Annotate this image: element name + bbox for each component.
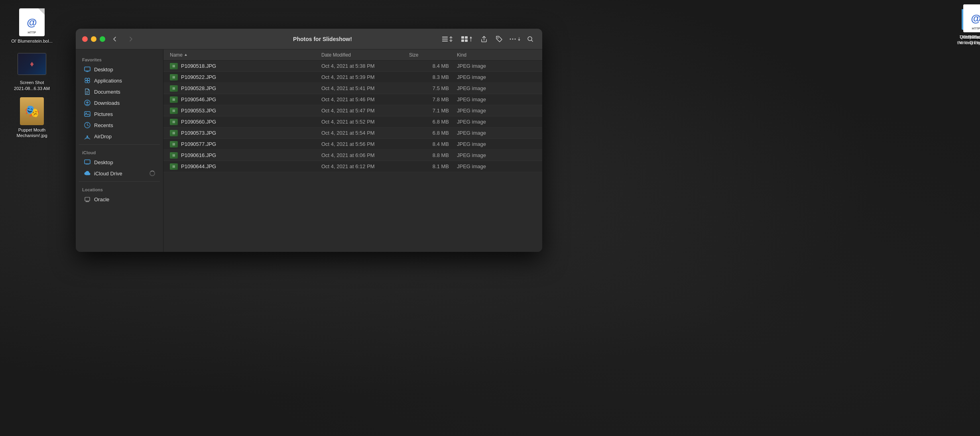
column-kind[interactable]: Kind bbox=[457, 52, 536, 58]
file-kind: JPEG image bbox=[457, 141, 536, 147]
sidebar-item-oracle[interactable]: Oracle bbox=[77, 194, 161, 205]
back-button[interactable] bbox=[109, 33, 120, 45]
locations-label: Locations bbox=[76, 184, 163, 194]
sidebar-icloud-drive-label: iCloud Drive bbox=[94, 171, 122, 177]
desktop-icon-http1[interactable]: @ HTTP Ol' Blumenstein.bol... bbox=[8, 8, 56, 44]
file-size: 8.8 MB bbox=[409, 152, 457, 158]
svg-rect-5 bbox=[461, 39, 464, 42]
file-date: Oct 4, 2021 at 5:38 PM bbox=[321, 63, 409, 69]
tag-button[interactable] bbox=[494, 33, 505, 45]
file-name-cell: P1090577.JPG bbox=[170, 141, 321, 147]
file-date: Oct 4, 2021 at 5:46 PM bbox=[321, 96, 409, 102]
desktop-icon-label: Ol' Blumenstein.bol... bbox=[11, 38, 53, 44]
svg-rect-14 bbox=[87, 72, 88, 72]
svg-rect-26 bbox=[85, 160, 90, 164]
file-kind: JPEG image bbox=[457, 108, 536, 114]
file-name-cell: P1090553.JPG bbox=[170, 108, 321, 114]
forward-button[interactable] bbox=[125, 33, 136, 45]
table-row[interactable]: P1090577.JPG Oct 4, 2021 at 5:56 PM 8.4 … bbox=[163, 139, 542, 150]
file-name-cell: P1090546.JPG bbox=[170, 96, 321, 103]
table-row[interactable]: P1090560.JPG Oct 4, 2021 at 5:52 PM 6.8 … bbox=[163, 116, 542, 128]
file-name: P1090553.JPG bbox=[181, 108, 216, 114]
svg-rect-23 bbox=[85, 112, 90, 116]
svg-point-16 bbox=[87, 78, 90, 81]
sidebar-pictures-label: Pictures bbox=[94, 111, 113, 117]
svg-rect-19 bbox=[86, 91, 89, 92]
file-date: Oct 4, 2021 at 5:54 PM bbox=[321, 130, 409, 136]
sidebar-icloud-desktop-label: Desktop bbox=[94, 159, 113, 165]
file-thumbnail bbox=[170, 119, 178, 125]
sidebar-item-icloud-drive[interactable]: iCloud Drive bbox=[77, 168, 161, 179]
desktop-icon-label: Screen Shot2021-08...6.33 AM bbox=[14, 80, 50, 91]
file-kind: JPEG image bbox=[457, 96, 536, 102]
window-content: Favorites Desktop bbox=[76, 49, 542, 252]
desktop-icon bbox=[84, 66, 91, 73]
file-kind: JPEG image bbox=[457, 63, 536, 69]
file-list: P1090518.JPG Oct 4, 2021 at 5:38 PM 8.4 … bbox=[163, 61, 542, 252]
file-name: P1090546.JPG bbox=[181, 96, 216, 102]
table-row[interactable]: P1090518.JPG Oct 4, 2021 at 5:38 PM 8.4 … bbox=[163, 61, 542, 72]
desktop: @ HTTP Ol' Blumenstein.bol... ♦ Screen S… bbox=[0, 0, 980, 436]
file-name: P1090528.JPG bbox=[181, 85, 216, 91]
column-name[interactable]: Name bbox=[170, 52, 321, 58]
column-date[interactable]: Date Modified bbox=[321, 52, 409, 58]
icloud-desktop-icon bbox=[84, 159, 91, 166]
icloud-label: iCloud bbox=[76, 147, 163, 157]
table-row[interactable]: P1090553.JPG Oct 4, 2021 at 5:47 PM 7.1 … bbox=[163, 105, 542, 116]
svg-rect-28 bbox=[85, 197, 90, 201]
table-row[interactable]: P1090522.JPG Oct 4, 2021 at 5:39 PM 8.3 … bbox=[163, 72, 542, 83]
icloud-drive-icon bbox=[84, 170, 91, 177]
sidebar-item-documents[interactable]: Documents bbox=[77, 86, 161, 97]
sidebar-item-recents[interactable]: Recents bbox=[77, 120, 161, 131]
sidebar-item-airdrop[interactable]: AirDrop bbox=[77, 131, 161, 142]
table-row[interactable]: P1090546.JPG Oct 4, 2021 at 5:46 PM 7.8 … bbox=[163, 94, 542, 105]
sidebar-item-downloads[interactable]: Downloads bbox=[77, 97, 161, 108]
sidebar-airdrop-label: AirDrop bbox=[94, 134, 112, 139]
svg-point-8 bbox=[510, 38, 511, 39]
svg-point-9 bbox=[512, 38, 514, 39]
sidebar-item-desktop[interactable]: Desktop bbox=[77, 64, 161, 75]
grid-view-button[interactable] bbox=[459, 33, 474, 45]
svg-point-18 bbox=[87, 81, 90, 83]
window-title-area: Photos for Slideshow! bbox=[109, 36, 536, 42]
file-thumbnail bbox=[170, 130, 178, 136]
search-button[interactable] bbox=[525, 33, 536, 45]
svg-rect-2 bbox=[442, 41, 448, 41]
file-date: Oct 4, 2021 at 5:47 PM bbox=[321, 108, 409, 114]
window-title: Photos for Slideshow! bbox=[293, 36, 352, 42]
minimize-button[interactable] bbox=[91, 36, 96, 42]
maximize-button[interactable] bbox=[100, 36, 105, 42]
table-row[interactable]: P1090644.JPG Oct 4, 2021 at 6:12 PM 8.1 … bbox=[163, 161, 542, 172]
file-kind: JPEG image bbox=[457, 163, 536, 169]
column-size[interactable]: Size bbox=[409, 52, 457, 58]
file-name: P1090518.JPG bbox=[181, 63, 216, 69]
table-row[interactable]: P1090528.JPG Oct 4, 2021 at 5:41 PM 7.5 … bbox=[163, 83, 542, 94]
file-name: P1090522.JPG bbox=[181, 74, 216, 80]
sidebar-item-applications[interactable]: Applications bbox=[77, 75, 161, 86]
desktop-icon-label: Puppet MouthMechanism!.jpg bbox=[16, 127, 47, 139]
file-date: Oct 4, 2021 at 5:41 PM bbox=[321, 85, 409, 91]
sidebar-item-pictures[interactable]: Pictures bbox=[77, 108, 161, 120]
file-kind: JPEG image bbox=[457, 152, 536, 158]
file-size: 7.8 MB bbox=[409, 96, 457, 102]
file-name-cell: P1090560.JPG bbox=[170, 119, 321, 125]
list-view-button[interactable] bbox=[439, 33, 455, 45]
table-row[interactable]: P1090616.JPG Oct 4, 2021 at 6:06 PM 8.8 … bbox=[163, 150, 542, 161]
file-size: 6.8 MB bbox=[409, 130, 457, 136]
table-row[interactable]: P1090573.JPG Oct 4, 2021 at 5:54 PM 6.8 … bbox=[163, 128, 542, 139]
desktop-icon-screenshot[interactable]: ♦ Screen Shot2021-08...6.33 AM bbox=[8, 49, 56, 91]
desktop-icon-label: QueryTracker |... bbox=[960, 34, 980, 40]
share-button[interactable] bbox=[478, 33, 490, 45]
svg-point-17 bbox=[85, 81, 87, 83]
more-button[interactable] bbox=[509, 33, 521, 45]
file-size: 8.4 MB bbox=[409, 63, 457, 69]
sidebar-item-icloud-desktop[interactable]: Desktop bbox=[77, 157, 161, 168]
file-list-header: Name Date Modified Size Kind bbox=[163, 49, 542, 61]
sidebar-recents-label: Recents bbox=[94, 122, 113, 128]
sidebar: Favorites Desktop bbox=[76, 49, 163, 252]
desktop-icon-puppet[interactable]: 🎭 Puppet MouthMechanism!.jpg bbox=[8, 97, 56, 139]
close-button[interactable] bbox=[82, 36, 88, 42]
file-size: 8.1 MB bbox=[409, 163, 457, 169]
computer-icon bbox=[84, 196, 91, 203]
desktop-icon-querytracker[interactable]: @ HTTP QueryTracker |... bbox=[952, 4, 980, 40]
